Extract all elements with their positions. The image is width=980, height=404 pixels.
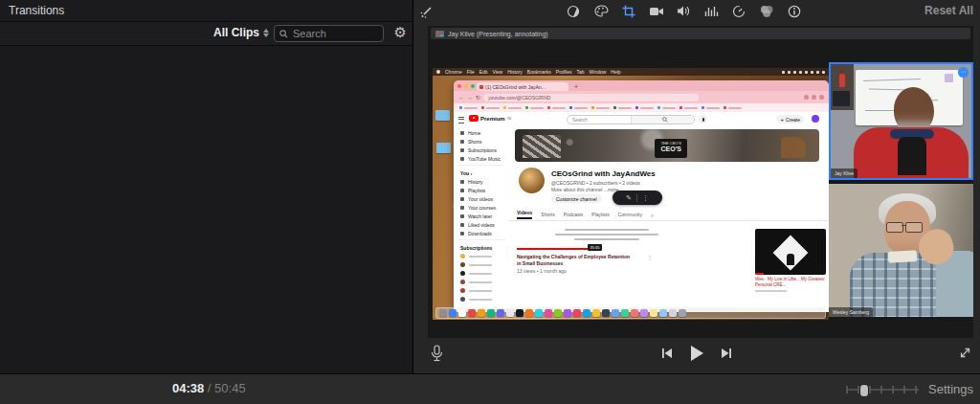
mac-menu-bar: ChromeFileEditViewHistoryBookmarksProfil… (433, 68, 829, 76)
skip-back-button[interactable] (660, 347, 674, 360)
banner-mug: THE CEO'S CEO'S (655, 139, 687, 158)
blurred-text-line (574, 238, 639, 240)
sidebar-item: Home (454, 128, 509, 137)
screen-share-icon (435, 31, 444, 37)
sidebar-item: Playlists (454, 186, 509, 194)
youtube-create-button: + Create (776, 115, 804, 123)
menu-item: View (492, 68, 502, 76)
fullscreen-icon[interactable] (958, 346, 972, 360)
subscription-item (454, 260, 509, 269)
subscription-list (454, 252, 509, 303)
reset-all-button[interactable]: Reset All (924, 4, 973, 17)
youtube-search-icon (631, 116, 695, 123)
speed-gauge-icon[interactable] (730, 3, 747, 19)
dock-app-icon (439, 309, 447, 317)
second-video-thumbnail (755, 229, 826, 275)
tab-videos: Videos (517, 210, 532, 219)
video-more-icon: ⋮ (647, 254, 653, 260)
bookmark-item (657, 106, 676, 109)
play-button[interactable] (687, 344, 706, 363)
channel-search-icon: ⌕ (651, 213, 654, 219)
panel-toolbar: All Clips ⚙ (0, 22, 412, 46)
search-icon (279, 30, 288, 38)
youtube-header: Premium TM Search + Create (454, 112, 829, 126)
menu-item: Help (611, 68, 620, 76)
channel-avatar (519, 168, 545, 193)
dock-app-icon (525, 309, 533, 317)
viewer-toolbar: Reset All (413, 0, 980, 23)
sidebar-item: Shorts (454, 137, 509, 146)
color-balance-icon[interactable] (565, 3, 582, 19)
info-icon[interactable] (786, 3, 803, 19)
all-clips-dropdown[interactable]: All Clips (213, 26, 269, 39)
participant-red-jacket (854, 127, 969, 180)
channel-about: More about this channel ...more (551, 187, 618, 192)
dock-app-icon (478, 309, 485, 317)
sidebar-item-icon (460, 148, 464, 152)
annotation-toolbar: ✎ ⋮ (612, 191, 662, 205)
sidebar-item-icon (460, 197, 464, 201)
all-clips-label: All Clips (213, 26, 259, 39)
sidebar-item: History (454, 177, 509, 186)
browser-profile-icons (804, 95, 824, 100)
channel-avatar (460, 288, 465, 293)
filters-circles-icon[interactable] (758, 3, 775, 19)
blurred-text-line (555, 234, 658, 236)
spray-bottle (839, 74, 845, 87)
youtube-search-bar: Search (567, 115, 695, 124)
crop-icon[interactable] (620, 3, 637, 19)
sidebar-item: YouTube Music (454, 154, 509, 163)
youtube-favicon (479, 85, 483, 89)
youtube-avatar (812, 115, 819, 123)
bookmark-item (635, 106, 654, 109)
stabilization-camera-icon[interactable] (648, 3, 665, 19)
video-preview: Jay Klive (Presenting, annotating) Chrom… (428, 26, 973, 338)
imovie-window: Transitions All Clips ⚙ (0, 0, 980, 404)
time-display: 04:38 / 50:45 (172, 381, 246, 395)
browser-address-bar: ← → ↻ youtube.com/@CEOSGRIND (454, 91, 829, 103)
channel-avatar (460, 280, 465, 284)
search-input[interactable] (291, 27, 383, 40)
settings-button[interactable]: Settings (928, 382, 973, 396)
enhance-wand-icon[interactable] (418, 3, 435, 19)
hamburger-icon (458, 117, 464, 123)
customize-channel-button: Customize channel (551, 194, 602, 203)
participant-name-label: Wesley Samberg (829, 307, 873, 317)
sidebar-item-icon (460, 189, 464, 192)
traffic-light-buttons (457, 84, 475, 88)
color-palette-icon[interactable] (592, 3, 610, 19)
time-separator: / (204, 381, 214, 395)
dock-app-icon (583, 309, 590, 317)
transport-controls (413, 338, 980, 373)
presenter-banner: Jay Klive (Presenting, annotating) (431, 28, 970, 39)
apple-logo-icon (436, 70, 440, 74)
dock-app-icon (506, 309, 514, 317)
create-label: Create (786, 117, 800, 123)
dock-app-icon (516, 309, 523, 317)
bookmark-item (547, 106, 566, 109)
youtube-sidebar: HomeShortsSubscriptionsYouTube Music You… (454, 125, 509, 312)
bookmark-item (724, 106, 742, 109)
clip-zoom-slider[interactable] (846, 385, 919, 394)
bookmark-item (503, 106, 522, 109)
sidebar-item-icon (460, 223, 464, 227)
slider-thumb[interactable] (859, 384, 869, 397)
search-field[interactable] (274, 25, 384, 42)
sticky-note (436, 143, 451, 153)
sidebar-main-items: HomeShortsSubscriptionsYouTube Music (454, 128, 509, 163)
current-time: 04:38 (172, 381, 204, 395)
video-progress-bar: 35:35 (517, 248, 599, 250)
tab-playlists: Playlists (591, 212, 609, 219)
skip-forward-button[interactable] (720, 347, 733, 360)
noise-reduction-bars-icon[interactable] (702, 3, 720, 19)
dock-app-icon (631, 309, 638, 317)
chrome-browser-window: (1) CEOsGrind with JayAn... + ← → ↻ yout… (454, 80, 829, 312)
second-video-meta-bar (755, 290, 787, 292)
second-video-caption: Wes - My Live in Libe... My Greatest Per… (755, 277, 826, 288)
channel-avatar (460, 254, 465, 258)
channel-avatar (460, 271, 465, 276)
panel-empty-body (0, 46, 412, 373)
channel-tabs: Videos Shorts Podcasts Playlists Communi… (517, 210, 654, 219)
gear-icon[interactable]: ⚙ (394, 24, 407, 41)
volume-speaker-icon[interactable] (675, 3, 692, 19)
